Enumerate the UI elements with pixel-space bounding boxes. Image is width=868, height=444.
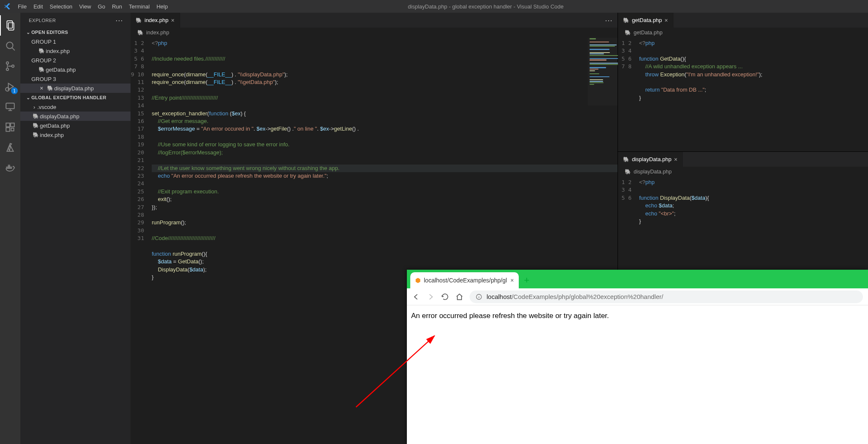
svg-point-6 bbox=[12, 65, 14, 67]
editor-actions-icon[interactable]: ⋯ bbox=[601, 13, 618, 28]
extensions-icon[interactable] bbox=[0, 117, 20, 137]
remote-explorer-icon[interactable] bbox=[0, 97, 20, 117]
open-editors-section[interactable]: ⌄OPEN EDITORS bbox=[20, 28, 131, 37]
tab-label: index.php bbox=[145, 17, 168, 23]
close-icon[interactable]: × bbox=[674, 156, 677, 163]
docker-icon[interactable] bbox=[0, 158, 20, 178]
xampp-favicon-icon: ⬢ bbox=[415, 277, 420, 284]
source-control-icon[interactable] bbox=[0, 56, 20, 76]
explorer-icon[interactable] bbox=[0, 15, 20, 36]
chevron-icon[interactable]: ⌄ bbox=[25, 30, 31, 35]
svg-rect-14 bbox=[6, 128, 10, 131]
back-icon[interactable] bbox=[412, 293, 420, 301]
browser-tab[interactable]: ⬢ localhost/CodeExamples/php/gl × bbox=[410, 272, 519, 288]
svg-rect-17 bbox=[8, 167, 10, 168]
tree-label: getData.php bbox=[40, 123, 131, 129]
php-icon: 🐘 bbox=[625, 30, 631, 36]
svg-rect-15 bbox=[11, 128, 14, 131]
svg-point-2 bbox=[6, 42, 13, 48]
home-icon[interactable] bbox=[455, 293, 464, 301]
tree-label: index.php bbox=[40, 132, 131, 138]
tab-index-php[interactable]: 🐘 index.php × bbox=[131, 13, 180, 28]
svg-line-3 bbox=[12, 47, 15, 50]
php-icon: 🐘 bbox=[625, 169, 631, 175]
menu-terminal[interactable]: Terminal bbox=[125, 3, 153, 10]
vscode-logo-icon bbox=[0, 3, 14, 10]
breadcrumb[interactable]: 🐘 getData.php bbox=[618, 28, 868, 38]
php-icon: 🐘 bbox=[137, 30, 144, 36]
close-icon[interactable]: × bbox=[37, 85, 46, 92]
close-icon[interactable]: × bbox=[171, 17, 174, 24]
minimap[interactable] bbox=[588, 38, 618, 106]
svg-rect-19 bbox=[8, 165, 10, 167]
code-editor[interactable]: 1 2 3 4 5 6 7 8 <?php function GetData()… bbox=[618, 38, 868, 151]
page-body-text: An error occurred please refresh the web… bbox=[411, 312, 609, 320]
workspace-section[interactable]: ⌄GLOBAL EXCEPTION HANDLER bbox=[20, 93, 131, 102]
tree-label: getData.php bbox=[46, 67, 131, 73]
close-icon[interactable]: × bbox=[510, 277, 514, 284]
svg-rect-1 bbox=[8, 23, 14, 30]
open-editor-item[interactable]: 🐘getData.php bbox=[20, 65, 131, 74]
breadcrumb-label: index.php bbox=[146, 30, 169, 36]
php-icon: 🐘 bbox=[37, 67, 46, 73]
activity-bar: 1 bbox=[0, 13, 20, 444]
tree-label: GLOBAL EXCEPTION HANDLER bbox=[31, 95, 131, 100]
titlebar: FileEditSelectionViewGoRunTerminalHelp d… bbox=[0, 0, 868, 13]
tree-label: displayData.php bbox=[54, 85, 131, 92]
reload-icon[interactable] bbox=[441, 293, 449, 301]
svg-point-4 bbox=[6, 62, 8, 64]
menu-go[interactable]: Go bbox=[95, 3, 108, 10]
svg-rect-12 bbox=[6, 123, 10, 127]
tree-label: OPEN EDITORS bbox=[31, 30, 131, 35]
sidebar-more-icon[interactable]: ⋯ bbox=[115, 16, 124, 25]
editor-group-label: GROUP 2 bbox=[20, 56, 131, 65]
browser-page: An error occurred please refresh the web… bbox=[407, 305, 868, 444]
tree-label: displayData.php bbox=[40, 113, 131, 120]
tree-label: GROUP 2 bbox=[31, 57, 131, 64]
chevron-icon[interactable]: ⌄ bbox=[25, 95, 31, 101]
code-content[interactable]: <?php function GetData(){ //A wild unhan… bbox=[639, 38, 868, 151]
breadcrumb[interactable]: 🐘 index.php bbox=[131, 28, 618, 38]
sidebar-header: EXPLORER ⋯ bbox=[20, 13, 131, 28]
menu-help[interactable]: Help bbox=[153, 3, 171, 10]
run-badge: 1 bbox=[11, 87, 18, 94]
open-editor-item[interactable]: ×🐘displayData.php bbox=[20, 84, 131, 93]
tab-getdata-php[interactable]: 🐘 getData.php × bbox=[618, 13, 673, 28]
menu-selection[interactable]: Selection bbox=[46, 3, 75, 10]
folder-item[interactable]: ›.vscode bbox=[20, 102, 131, 112]
tab-displaydata-php[interactable]: 🐘 displayData.php × bbox=[618, 152, 683, 167]
breadcrumb-label: displayData.php bbox=[634, 169, 672, 175]
browser-tab-title: localhost/CodeExamples/php/gl bbox=[424, 277, 507, 284]
breadcrumb[interactable]: 🐘 displayData.php bbox=[618, 167, 868, 177]
menu-view[interactable]: View bbox=[76, 3, 95, 10]
forward-icon[interactable] bbox=[426, 293, 435, 301]
php-icon: 🐘 bbox=[623, 17, 629, 23]
tab-bar: 🐘 index.php × ⋯ bbox=[131, 13, 618, 28]
tab-label: displayData.php bbox=[632, 156, 671, 162]
run-debug-icon[interactable]: 1 bbox=[0, 76, 20, 97]
svg-rect-9 bbox=[6, 103, 14, 109]
menu-file[interactable]: File bbox=[14, 3, 30, 10]
search-icon[interactable] bbox=[0, 36, 20, 56]
tab-bar: 🐘 displayData.php × bbox=[618, 152, 868, 167]
address-bar[interactable]: localhost/CodeExamples/php/global%20exce… bbox=[470, 290, 863, 303]
menu-run[interactable]: Run bbox=[108, 3, 125, 10]
explorer-tree: ⌄OPEN EDITORSGROUP 1🐘index.phpGROUP 2🐘ge… bbox=[20, 28, 131, 444]
new-tab-button[interactable]: + bbox=[519, 272, 534, 288]
chevron-icon[interactable]: › bbox=[31, 104, 37, 110]
file-item[interactable]: 🐘index.php bbox=[20, 130, 131, 140]
php-icon: 🐘 bbox=[46, 85, 54, 91]
editor-group-label: GROUP 3 bbox=[20, 74, 131, 84]
close-icon[interactable]: × bbox=[665, 17, 668, 24]
file-item[interactable]: 🐘displayData.php bbox=[20, 112, 131, 121]
menu-edit[interactable]: Edit bbox=[30, 3, 46, 10]
menu-bar: FileEditSelectionViewGoRunTerminalHelp bbox=[14, 3, 171, 10]
file-item[interactable]: 🐘getData.php bbox=[20, 121, 131, 130]
line-gutter: 1 2 3 4 5 6 7 8 bbox=[618, 38, 639, 151]
azure-icon[interactable] bbox=[0, 137, 20, 158]
sidebar: EXPLORER ⋯ ⌄OPEN EDITORSGROUP 1🐘index.ph… bbox=[20, 13, 131, 444]
open-editor-item[interactable]: 🐘index.php bbox=[20, 46, 131, 56]
tab-bar: 🐘 getData.php × bbox=[618, 13, 868, 28]
php-icon: 🐘 bbox=[31, 113, 40, 119]
window-title: displayData.php - global exception handl… bbox=[171, 3, 868, 10]
